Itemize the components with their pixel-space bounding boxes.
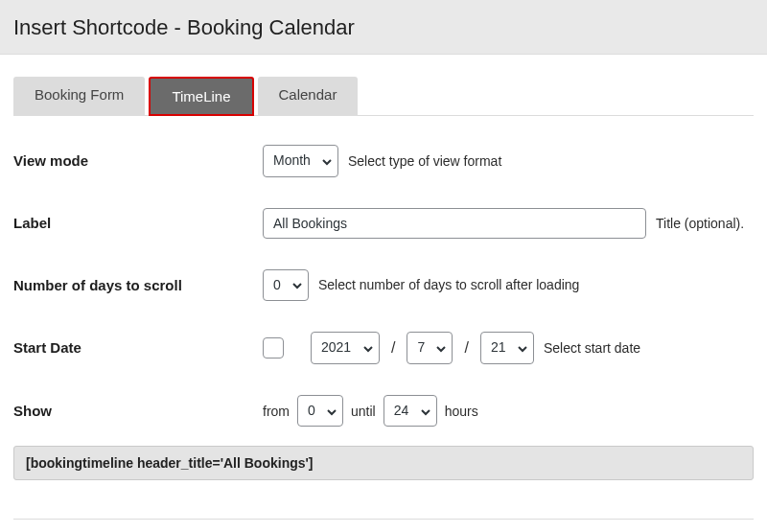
tab-booking-form[interactable]: Booking Form <box>13 77 145 116</box>
dialog-header: Insert Shortcode - Booking Calendar <box>0 0 767 55</box>
start-day-select-wrap: 21 <box>480 332 534 364</box>
start-year-select[interactable]: 2021 <box>311 332 380 364</box>
scroll-days-select[interactable]: 0 <box>263 269 309 302</box>
start-year-select-wrap: 2021 <box>311 332 380 364</box>
tab-timeline[interactable]: TimeLine <box>149 77 253 116</box>
show-until-select-wrap: 24 <box>384 395 437 428</box>
row-view-mode: View mode Month Select type of view form… <box>13 129 754 193</box>
row-show: Show from 0 until 24 hours <box>13 380 754 443</box>
view-mode-hint: Select type of view format <box>348 153 501 169</box>
start-date-label: Start Date <box>13 339 263 356</box>
start-month-select[interactable]: 7 <box>407 332 453 364</box>
dialog-footer: Insert into page Close <box>13 519 754 532</box>
scroll-days-select-wrap: 0 <box>263 269 309 302</box>
start-date-hint: Select start date <box>544 340 640 356</box>
view-mode-select-wrap: Month <box>263 145 338 177</box>
row-start-date: Start Date 2021 / 7 / <box>13 316 754 380</box>
show-until-text: until <box>351 404 376 419</box>
view-mode-select[interactable]: Month <box>263 145 338 177</box>
show-from-select[interactable]: 0 <box>297 395 343 428</box>
show-from-select-wrap: 0 <box>297 395 343 428</box>
start-day-select[interactable]: 21 <box>480 332 534 364</box>
row-label: Label Title (optional). <box>13 193 754 254</box>
label-input[interactable] <box>263 208 646 239</box>
date-separator: / <box>389 339 397 357</box>
dialog-content: Booking Form TimeLine Calendar View mode… <box>0 76 767 532</box>
tabs: Booking Form TimeLine Calendar <box>13 76 754 116</box>
tab-calendar[interactable]: Calendar <box>258 77 359 116</box>
label-field-label: Label <box>13 215 263 231</box>
show-label: Show <box>13 403 263 419</box>
tab-label: Calendar <box>279 86 337 103</box>
form-area: View mode Month Select type of view form… <box>13 116 754 497</box>
start-month-select-wrap: 7 <box>407 332 453 364</box>
shortcode-output: [bookingtimeline header_title='All Booki… <box>13 446 754 480</box>
row-scroll-days: Number of days to scroll 0 Select number… <box>13 254 754 317</box>
date-separator: / <box>462 339 470 357</box>
tab-label: TimeLine <box>172 88 230 104</box>
dialog-title: Insert Shortcode - Booking Calendar <box>13 15 754 40</box>
scroll-days-label: Number of days to scroll <box>13 277 263 293</box>
show-hours-text: hours <box>445 404 478 419</box>
start-date-checkbox[interactable] <box>263 337 284 359</box>
scroll-days-hint: Select number of days to scroll after lo… <box>318 277 579 292</box>
show-until-select[interactable]: 24 <box>384 395 437 428</box>
show-from-text: from <box>263 404 290 419</box>
view-mode-label: View mode <box>13 152 263 169</box>
tab-label: Booking Form <box>35 86 124 103</box>
label-hint: Title (optional). <box>656 216 744 231</box>
